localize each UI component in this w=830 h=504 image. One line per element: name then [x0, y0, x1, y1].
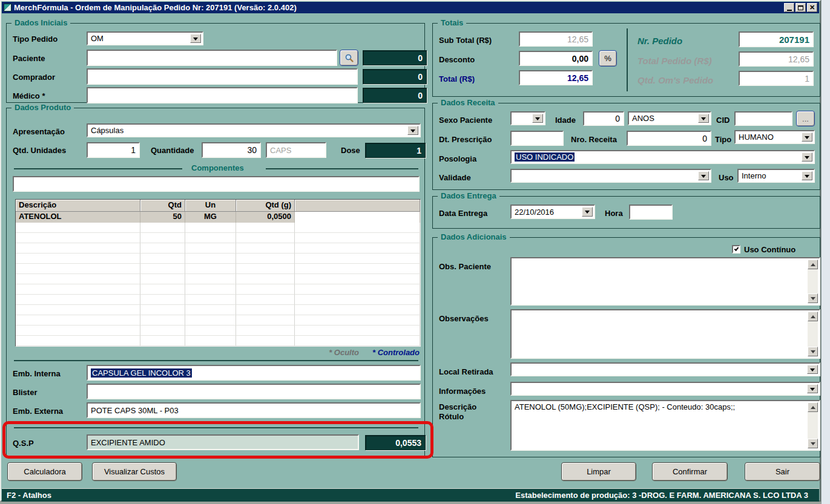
paciente-input[interactable]: [87, 50, 337, 66]
dt-prescricao-label: Dt. Prescrição: [439, 135, 492, 144]
scrollbar[interactable]: [808, 312, 818, 356]
group-legend: Dados Produto: [12, 103, 74, 112]
chevron-down-icon: [701, 175, 706, 180]
component-row-selected[interactable]: ATENOLOL 50 MG 0,0500: [16, 212, 420, 223]
idade-unit-select[interactable]: ANOS: [628, 111, 711, 125]
emb-externa-input[interactable]: POTE CAPS 30ML - P03: [87, 402, 421, 418]
scroll-down-icon[interactable]: [808, 439, 818, 448]
informacoes-select[interactable]: [510, 382, 820, 396]
observacoes-label: Observações: [439, 314, 489, 323]
background-window-strip: [821, 0, 830, 504]
apresentacao-select[interactable]: Cápsulas: [87, 123, 421, 137]
minimize-button[interactable]: [784, 3, 794, 12]
scroll-up-icon[interactable]: [808, 402, 818, 412]
desconto-input[interactable]: 0,00: [519, 51, 593, 66]
scroll-up-icon[interactable]: [808, 312, 818, 321]
medico-count-box: 0: [363, 88, 427, 103]
percent-button[interactable]: %: [599, 50, 617, 67]
nro-receita-label: Nro. Receita: [571, 135, 617, 144]
qtd-unidades-input[interactable]: 1: [87, 142, 140, 158]
chevron-down-icon: [585, 211, 590, 216]
col-qtd: Qtd: [140, 200, 185, 212]
cid-input[interactable]: [734, 111, 792, 126]
calculadora-button[interactable]: Calculadora: [7, 462, 82, 481]
components-empty-rows[interactable]: [16, 223, 420, 346]
sexo-select[interactable]: [510, 111, 545, 125]
scrollbar[interactable]: [808, 260, 818, 303]
sub-total-field: 12,65: [519, 31, 593, 47]
apresentacao-label: Apresentação: [13, 127, 65, 136]
desconto-label: Desconto: [439, 55, 475, 64]
components-table: Descrição Qtd Un Qtd (g) ATENOLOL 50 MG …: [15, 199, 421, 347]
uso-dropdown-button[interactable]: [802, 171, 812, 180]
validade-dropdown-button[interactable]: [698, 171, 709, 180]
divider: [14, 427, 418, 428]
group-dados-entrega: Dados Entrega Data Entrega 22/10/2016 Ho…: [432, 196, 820, 229]
blister-input[interactable]: [87, 384, 421, 399]
screen: MerchFórmula - Ordem de Manipulação Pedi…: [0, 0, 830, 504]
tipo-pedido-dropdown-button[interactable]: [190, 34, 201, 43]
tipo-pedido-value: OM: [91, 34, 104, 43]
scrollbar[interactable]: [808, 402, 818, 448]
local-retirada-select[interactable]: [510, 362, 820, 376]
app-window: MerchFórmula - Ordem de Manipulação Pedi…: [0, 0, 821, 502]
quantidade-input[interactable]: 30: [202, 142, 261, 158]
informacoes-label: Informações: [439, 387, 486, 396]
tipo-pedido-select[interactable]: OM: [87, 31, 203, 45]
nro-receita-input[interactable]: 0: [627, 131, 711, 146]
scroll-down-icon[interactable]: [808, 347, 818, 356]
comprador-input[interactable]: [87, 68, 358, 85]
medico-input[interactable]: [87, 87, 358, 103]
uso-select[interactable]: Interno: [737, 169, 815, 183]
qsp-qty-box: 0,0553: [365, 435, 426, 450]
data-entrega-select[interactable]: 22/10/2016: [510, 205, 595, 219]
search-icon: [344, 53, 354, 63]
col-un: Un: [185, 200, 236, 212]
local-retirada-label: Local Retirada: [439, 367, 493, 376]
posologia-dropdown-button[interactable]: [802, 152, 812, 162]
medico-label: Médico *: [13, 91, 45, 100]
visualizar-custos-button[interactable]: Visualizar Custos: [92, 462, 177, 481]
hora-input[interactable]: [629, 205, 673, 220]
sair-button[interactable]: Sair: [745, 462, 820, 481]
idade-input[interactable]: 0: [583, 111, 624, 126]
sexo-label: Sexo Paciente: [439, 116, 492, 125]
oculto-note: * Oculto: [329, 348, 359, 357]
emb-interna-input[interactable]: CAPSULA GEL INCOLOR 3: [87, 365, 421, 381]
maximize-icon: [798, 5, 803, 10]
apresentacao-dropdown-button[interactable]: [407, 126, 418, 135]
divider: [14, 168, 182, 169]
total-field: 12,65: [519, 70, 593, 85]
limpar-button[interactable]: Limpar: [561, 462, 636, 481]
idade-unit-dropdown-button[interactable]: [698, 114, 709, 123]
paciente-label: Paciente: [13, 54, 45, 63]
status-bar: F2 - Atalhos Estabelecimento de produção…: [2, 488, 819, 502]
uso-continuo-checkbox[interactable]: [732, 245, 740, 254]
confirmar-button[interactable]: Confirmar: [652, 462, 728, 481]
scroll-up-icon[interactable]: [808, 260, 818, 269]
obs-paciente-label: Obs. Paciente: [439, 262, 491, 271]
paciente-search-button[interactable]: [340, 50, 358, 66]
cid-lookup-button[interactable]: ...: [796, 111, 815, 126]
chevron-down-icon: [410, 129, 415, 135]
maximize-button[interactable]: [795, 3, 806, 12]
sexo-dropdown-button[interactable]: [532, 114, 543, 123]
observacoes-textarea[interactable]: [510, 309, 820, 359]
component-search-input[interactable]: [13, 176, 420, 192]
tipo-select[interactable]: HUMANO: [734, 130, 815, 144]
data-entrega-dropdown-button[interactable]: [582, 207, 593, 217]
uso-continuo-label: Uso Contínuo: [744, 245, 795, 254]
obs-paciente-textarea[interactable]: [510, 257, 820, 306]
total-pedido-field: 12,65: [739, 51, 814, 67]
validade-select[interactable]: [510, 169, 711, 183]
scroll-down-icon[interactable]: [808, 293, 818, 303]
title-bar: MerchFórmula - Ordem de Manipulação Pedi…: [2, 2, 819, 13]
dt-prescricao-input[interactable]: [510, 131, 564, 146]
local-retirada-dropdown-button[interactable]: [807, 365, 818, 374]
informacoes-dropdown-button[interactable]: [807, 384, 818, 393]
tipo-dropdown-button[interactable]: [802, 133, 812, 142]
close-button[interactable]: ✕: [807, 3, 817, 12]
blister-label: Blister: [13, 388, 37, 397]
descricao-rotulo-textarea[interactable]: ATENOLOL (50MG);EXCIPIENTE (QSP); - Cont…: [510, 400, 820, 451]
posologia-select[interactable]: USO INDICADO: [510, 150, 815, 164]
